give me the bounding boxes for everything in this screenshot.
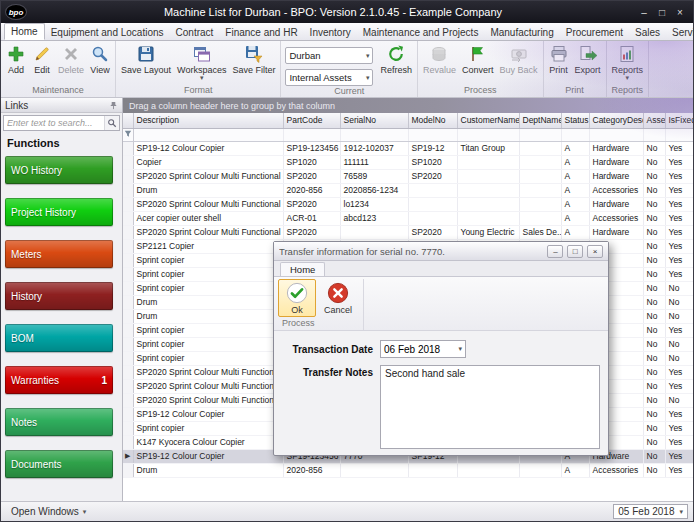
grid-cell[interactable]: No <box>643 267 665 281</box>
table-row[interactable]: Drum2020-856AAccessoriesNoYes <box>123 463 693 477</box>
auto-filter-row[interactable] <box>123 128 693 141</box>
transaction-date-select[interactable]: 06 Feb 2018 ▾ <box>380 340 466 358</box>
grid-cell[interactable]: Copier <box>133 155 283 169</box>
grid-cell[interactable]: lo1234 <box>340 197 408 211</box>
grid-cell[interactable]: No <box>643 435 665 449</box>
grid-cell[interactable]: SP1020 <box>283 155 340 169</box>
filter-cell[interactable] <box>561 128 589 141</box>
search-icon[interactable] <box>104 116 119 130</box>
open-windows-button[interactable]: Open Windows ▾ <box>6 505 91 518</box>
grid-cell[interactable]: Yes <box>665 323 693 337</box>
grid-cell[interactable]: SP19-12 <box>408 141 457 155</box>
grid-cell[interactable]: No <box>665 281 693 295</box>
grid-cell[interactable]: No <box>643 169 665 183</box>
grid-cell[interactable]: SP19-12 Colour Copier <box>133 449 283 463</box>
grid-cell[interactable] <box>519 197 561 211</box>
column-header-customername[interactable]: CustomerName <box>457 113 519 128</box>
combo-durban[interactable]: Durban▾ <box>285 47 373 64</box>
grid-cell[interactable]: No <box>665 337 693 351</box>
grid-cell[interactable] <box>519 169 561 183</box>
grid-cell[interactable]: No <box>643 393 665 407</box>
grid-cell[interactable] <box>457 183 519 197</box>
grid-cell[interactable]: Young Electric <box>457 225 519 239</box>
grid-cell[interactable]: SP2020 <box>408 169 457 183</box>
grid-cell[interactable]: No <box>643 463 665 477</box>
tab-service[interactable]: Service <box>666 25 694 40</box>
grid-cell[interactable]: Hardware <box>589 197 643 211</box>
grid-cell[interactable]: Yes <box>665 463 693 477</box>
grid-cell[interactable]: Drum <box>133 463 283 477</box>
tab-inventory[interactable]: Inventory <box>304 25 357 40</box>
grid-cell[interactable]: No <box>643 337 665 351</box>
grid-cell[interactable]: No <box>643 323 665 337</box>
column-header-categorydesc[interactable]: CategoryDesc <box>589 113 643 128</box>
grid-cell[interactable]: Drum <box>133 183 283 197</box>
dialog-maximize-icon[interactable]: □ <box>567 245 583 258</box>
grid-cell[interactable]: A <box>561 211 589 225</box>
grid-cell[interactable]: Yes <box>665 253 693 267</box>
function-history-button[interactable]: History <box>5 282 113 310</box>
grid-cell[interactable]: No <box>643 211 665 225</box>
grid-cell[interactable]: Hardware <box>589 169 643 183</box>
grid-cell[interactable]: No <box>643 141 665 155</box>
grid-cell[interactable]: Sprint copier <box>133 323 283 337</box>
column-header-description[interactable]: Description <box>133 113 283 128</box>
filter-cell[interactable] <box>340 128 408 141</box>
dialog-minimize-icon[interactable]: – <box>547 245 563 258</box>
grid-cell[interactable]: 76589 <box>340 169 408 183</box>
grid-cell[interactable]: Sales De... <box>519 225 561 239</box>
grid-cell[interactable]: Hardware <box>589 225 643 239</box>
grid-cell[interactable] <box>519 141 561 155</box>
table-row[interactable]: SP19-12 Colour CopierSP19-1234561912-102… <box>123 141 693 155</box>
grid-cell[interactable]: 1912-102037 <box>340 141 408 155</box>
grid-cell[interactable]: No <box>643 295 665 309</box>
export-button[interactable]: Export <box>572 42 604 75</box>
maximize-icon[interactable]: □ <box>653 7 671 18</box>
transfer-notes-input[interactable]: Second hand sale <box>380 365 600 449</box>
tab-maintenance-and-projects[interactable]: Maintenance and Projects <box>357 25 485 40</box>
grid-cell[interactable]: Accessories <box>589 463 643 477</box>
grid-cell[interactable]: A <box>561 197 589 211</box>
filter-cell[interactable] <box>665 128 693 141</box>
grid-cell[interactable]: Acer copier outer shell <box>133 211 283 225</box>
grid-cell[interactable]: abcd123 <box>340 211 408 225</box>
edit-button[interactable]: Edit <box>29 42 55 75</box>
filter-cell[interactable] <box>408 128 457 141</box>
grid-cell[interactable]: SP2020 Sprint Colour Multi Functional Co… <box>133 169 283 183</box>
grid-cell[interactable]: Yes <box>665 365 693 379</box>
grid-cell[interactable] <box>340 225 408 239</box>
grid-cell[interactable]: No <box>665 393 693 407</box>
grid-cell[interactable]: SP2020 <box>283 169 340 183</box>
grid-cell[interactable]: SP2020 Sprint Colour Multi Functional Co… <box>133 365 283 379</box>
grid-cell[interactable] <box>519 155 561 169</box>
grid-cell[interactable]: No <box>643 407 665 421</box>
grid-cell[interactable] <box>519 463 561 477</box>
combo-internal-assets[interactable]: Internal Assets▾ <box>285 69 373 86</box>
grid-cell[interactable]: SP2020 Sprint Colour Multi Functional Co… <box>133 393 283 407</box>
workspaces-button[interactable]: Workspaces▾ <box>174 42 229 80</box>
grid-cell[interactable]: SP19-12 Colour Copier <box>133 141 283 155</box>
function-documents-button[interactable]: Documents <box>5 450 113 478</box>
save-layout-button[interactable]: Save Layout <box>118 42 174 75</box>
grid-cell[interactable]: No <box>643 155 665 169</box>
view-button[interactable]: View <box>87 42 113 75</box>
grid-cell[interactable]: No <box>665 351 693 365</box>
grid-cell[interactable]: Accessories <box>589 183 643 197</box>
column-header-isfixedasset[interactable]: IsFixedAsset <box>665 113 693 128</box>
grid-cell[interactable]: No <box>643 309 665 323</box>
filter-cell[interactable] <box>133 128 283 141</box>
function-notes-button[interactable]: Notes <box>5 408 113 436</box>
grid-cell[interactable]: A <box>561 155 589 169</box>
grid-cell[interactable]: No <box>643 225 665 239</box>
convert-button[interactable]: Convert <box>459 42 497 75</box>
grid-cell[interactable]: Yes <box>665 379 693 393</box>
grid-cell[interactable]: Yes <box>665 267 693 281</box>
tab-home[interactable]: Home <box>4 23 45 40</box>
grid-cell[interactable]: Yes <box>665 141 693 155</box>
grid-cell[interactable]: Sprint copier <box>133 337 283 351</box>
grid-cell[interactable]: Yes <box>665 197 693 211</box>
filter-cell[interactable] <box>519 128 561 141</box>
grid-cell[interactable]: No <box>643 183 665 197</box>
column-header-partcode[interactable]: PartCode <box>283 113 340 128</box>
grid-cell[interactable]: No <box>665 295 693 309</box>
